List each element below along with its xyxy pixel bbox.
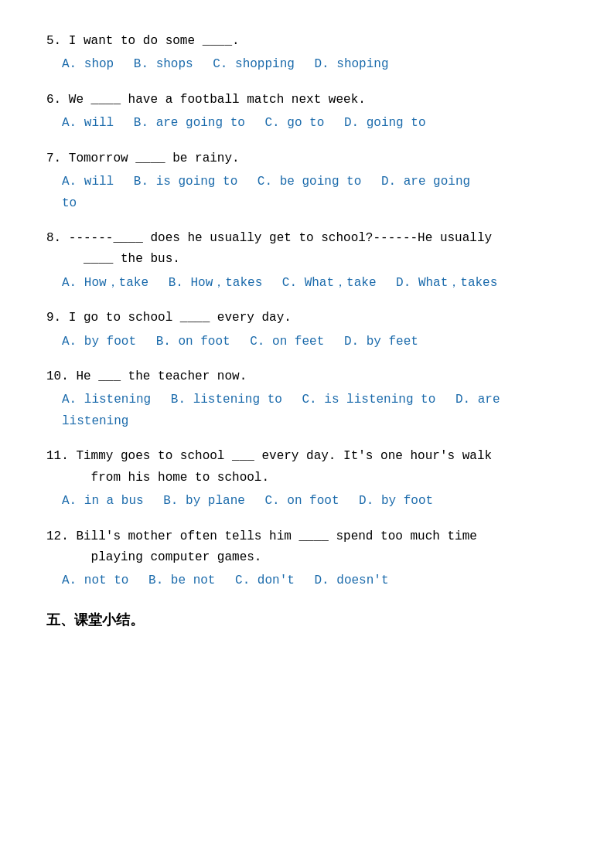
q10-option-b: B. listening to bbox=[171, 393, 282, 407]
q11-option-b: B. by plane bbox=[163, 494, 245, 508]
q11-option-a: A. in a bus bbox=[62, 494, 144, 508]
q5-option-b: B. shops bbox=[134, 57, 193, 71]
q7-option-a: A. will bbox=[62, 175, 114, 189]
q12-option-d: D. doesn't bbox=[314, 574, 388, 587]
q10-option-c: C. is listening to bbox=[302, 393, 435, 407]
question-10: 10. He ___ the teacher now. A. listening… bbox=[46, 366, 568, 432]
question-12-options: A. not to B. be not C. don't D. doesn't bbox=[62, 570, 568, 592]
section-title: 五、课堂小结。 bbox=[46, 611, 568, 629]
question-10-options-line1: A. listening B. listening to C. is liste… bbox=[62, 389, 568, 411]
question-12-text: 12. Bill's mother often tells him ____ s… bbox=[46, 526, 568, 568]
question-5-options: A. shop B. shops C. shopping D. shoping bbox=[62, 53, 568, 76]
q10-option-a: A. listening bbox=[62, 393, 151, 407]
q11-option-c: C. on foot bbox=[264, 494, 339, 508]
question-12: 12. Bill's mother often tells him ____ s… bbox=[46, 526, 568, 592]
question-9: 9. I go to school ____ every day. A. by … bbox=[46, 308, 568, 352]
q9-option-d: D. by feet bbox=[344, 335, 418, 349]
question-5-text: 5. I want to do some ____. bbox=[46, 31, 568, 52]
question-5: 5. I want to do some ____. A. shop B. sh… bbox=[46, 31, 568, 76]
question-11-text: 11. Timmy goes to school ___ every day. … bbox=[46, 446, 568, 488]
question-7-text: 7. Tomorrow ____ be rainy. bbox=[46, 148, 568, 169]
q5-option-a: A. shop bbox=[62, 57, 114, 71]
q6-option-b: B. are going to bbox=[134, 116, 245, 130]
question-9-options: A. by foot B. on foot C. on feet D. by f… bbox=[62, 331, 568, 353]
q6-option-d: D. going to bbox=[344, 116, 426, 130]
q8-option-a: A. How，take bbox=[62, 276, 148, 290]
q8-option-b: B. How，takes bbox=[169, 276, 263, 290]
questions-container: 5. I want to do some ____. A. shop B. sh… bbox=[46, 31, 568, 629]
q9-option-c: C. on feet bbox=[250, 335, 324, 349]
q8-option-c: C. What，take bbox=[282, 276, 377, 290]
q6-option-c: C. go to bbox=[264, 116, 324, 130]
question-7-options-line2: to bbox=[62, 193, 568, 214]
q7-option-d: D. are going bbox=[381, 175, 470, 189]
question-7-options-line1: A. will B. is going to C. be going to D.… bbox=[62, 171, 568, 193]
question-6-text: 6. We ____ have a football match next we… bbox=[46, 90, 568, 111]
question-8-options: A. How，take B. How，takes C. What，take D.… bbox=[62, 272, 568, 294]
q10-option-d: D. are bbox=[455, 393, 500, 407]
q7-option-c: C. be going to bbox=[258, 175, 361, 189]
question-10-options-line2: listening bbox=[62, 411, 568, 432]
question-11-options: A. in a bus B. by plane C. on foot D. by… bbox=[62, 490, 568, 512]
q5-option-c: C. shopping bbox=[213, 57, 295, 71]
q9-option-a: A. by foot bbox=[62, 335, 136, 349]
question-6: 6. We ____ have a football match next we… bbox=[46, 90, 568, 134]
question-10-text: 10. He ___ the teacher now. bbox=[46, 366, 568, 387]
q8-option-d: D. What，takes bbox=[396, 276, 497, 290]
q5-option-d: D. shoping bbox=[314, 57, 388, 71]
question-8-text: 8. ------____ does he usually get to sch… bbox=[46, 228, 568, 270]
question-9-text: 9. I go to school ____ every day. bbox=[46, 308, 568, 328]
question-6-options: A. will B. are going to C. go to D. goin… bbox=[62, 112, 568, 134]
question-8: 8. ------____ does he usually get to sch… bbox=[46, 228, 568, 294]
q12-option-b: B. be not bbox=[148, 574, 215, 587]
q12-option-c: C. don't bbox=[235, 574, 295, 587]
question-11: 11. Timmy goes to school ___ every day. … bbox=[46, 446, 568, 512]
q9-option-b: B. on foot bbox=[156, 335, 230, 349]
q11-option-d: D. by foot bbox=[359, 494, 433, 508]
q7-option-b: B. is going to bbox=[134, 175, 237, 189]
question-7: 7. Tomorrow ____ be rainy. A. will B. is… bbox=[46, 148, 568, 214]
q6-option-a: A. will bbox=[62, 116, 114, 130]
q12-option-a: A. not to bbox=[62, 574, 128, 587]
